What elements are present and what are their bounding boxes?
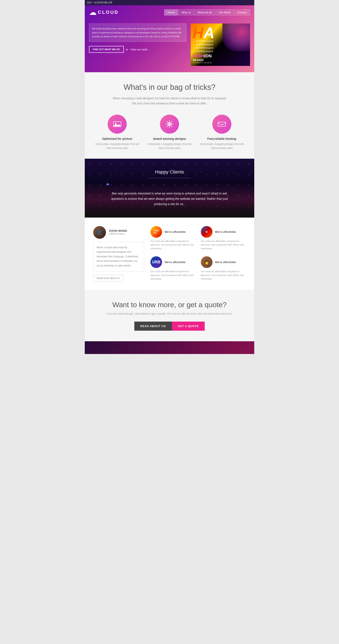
nav-links: Home Why us What we do Our Work Contact xyxy=(164,9,250,16)
cta-section: Want to know more, or get a quote? If yo… xyxy=(85,290,254,341)
feature-picture-title: Optimised for picture xyxy=(93,137,141,140)
view-work-link[interactable]: View our work xyxy=(130,48,148,51)
hero-content: We build beautiful,clean websites that l… xyxy=(85,19,254,72)
fashion-item-3: FASHION project1 xyxy=(196,46,213,50)
hero-section: ☁ CLOUD Home Why us What we do Our Work … xyxy=(85,5,254,72)
team-born: 1989.6.8.born xyxy=(109,232,127,235)
hero-or-text: or xyxy=(126,48,128,51)
quote-mark: ❝ xyxy=(106,182,233,189)
cta-buttons: READ ABOUT US GET A QUOTE xyxy=(93,322,246,331)
nav-what-we-do[interactable]: What we do xyxy=(194,9,215,16)
find-out-button[interactable]: FIND OUT WHAT WE DO xyxy=(89,46,124,53)
feature-hosting-icon xyxy=(212,114,231,134)
feature-picture: Optimised for picture Immaculate, engagi… xyxy=(93,114,141,150)
fashion-item-4: FASHION project1 xyxy=(196,50,213,53)
service-thumb-2: 🏢 xyxy=(201,226,212,238)
fashion-item-2: FASHION project1 xyxy=(196,43,213,46)
clients-title: Happy Clients xyxy=(93,169,246,175)
service-badge-3: URB xyxy=(150,256,162,268)
logo-icon: ☁ xyxy=(89,8,96,17)
avatar: 👤 xyxy=(93,226,106,239)
fashion-list: FASHION project1 FASHION project1 FASHIO… xyxy=(193,40,213,53)
hero-buttons: FIND OUT WHAT WE DO or View our work xyxy=(89,46,186,53)
cta-subtitle: If you've read enough, click below to ge… xyxy=(93,312,246,315)
nav-why-us[interactable]: Why us xyxy=(178,9,194,16)
avatar-inner: 👤 xyxy=(93,226,106,239)
service-badge-4: 👩 xyxy=(201,256,212,268)
feature-hosting: Fast,reliable hosting Immaculate, engagi… xyxy=(198,114,246,150)
team-left: 👤 DAVID WONG 1989.6.8.born We're a small… xyxy=(93,226,144,282)
team-bio: We're a small team lead by experienced w… xyxy=(93,242,144,272)
top-bar-text: 您好！欢迎来到藜云网 xyxy=(87,1,112,4)
tricks-subtitle: When choosing a web designer it's hard f… xyxy=(112,96,227,106)
feature-award-desc: Immaculate, engaging designs that will h… xyxy=(146,142,194,150)
nav-home[interactable]: Home xyxy=(164,9,178,16)
service-item-2: 🏢 We're affordrble Our costs are afforda… xyxy=(201,226,246,251)
clients-content: Happy Clients ❝ Ben was genuinely intere… xyxy=(93,169,246,207)
team-info: DAVID WONG 1989.6.8.born xyxy=(109,229,127,235)
cta-title: Want to know more, or get a quote? xyxy=(93,300,246,309)
feature-award-title: Award winning designs xyxy=(146,137,194,140)
feature-award: Award winning designs Immaculate, engagi… xyxy=(146,114,194,150)
feature-hosting-desc: Immaculate, engaging designs that will h… xyxy=(198,142,246,150)
service-thumb-1: THESYO xyxy=(150,226,162,238)
ha-a-letter: A xyxy=(204,24,214,41)
fashion-item-1: FASHION project1 xyxy=(196,40,213,43)
service-thumb-4: 👩 xyxy=(201,256,212,268)
ha-h-letter: H xyxy=(192,24,204,41)
get-quote-button[interactable]: GET A QUOTE xyxy=(172,322,205,331)
service-item-4: 👩 We're affordrble Our costs are afforda… xyxy=(201,256,246,281)
tricks-section: What's in our bag of tricks? When choosi… xyxy=(85,72,254,159)
service-badge-2: 🏢 xyxy=(201,226,212,238)
tricks-title: What's in our bag of tricks? xyxy=(93,83,246,92)
feature-picture-desc: Immaculate, engaging designs that will h… xyxy=(93,142,141,150)
svg-rect-9 xyxy=(218,122,226,126)
services-grid: THESYO We're affordrble Our costs are af… xyxy=(150,226,246,282)
team-profile: 👤 DAVID WONG 1989.6.8.born xyxy=(93,226,144,239)
design-word: DESIGN xyxy=(193,58,212,62)
service-desc-1: Our costs are affordable compared to age… xyxy=(150,240,196,250)
flower-decoration xyxy=(222,24,250,51)
service-label-4: We're affordrble xyxy=(215,260,236,264)
service-desc-2: Our costs are affordable compared to age… xyxy=(201,240,246,250)
logo: ☁ CLOUD xyxy=(89,8,119,17)
feature-hosting-title: Fast,reliable hosting xyxy=(198,137,246,140)
hero-text: We build beautiful,clean websites that l… xyxy=(89,24,186,66)
clients-quote: Ben was genuinely interested in what we … xyxy=(106,191,233,207)
feature-award-icon xyxy=(160,114,179,134)
service-badge-1: THESYO xyxy=(150,226,162,238)
service-header-2: 🏢 We're affordrble xyxy=(201,226,246,238)
hero-description: We build beautiful,clean websites that l… xyxy=(89,24,186,42)
service-desc-3: Our costs are affordable compared to age… xyxy=(150,270,196,281)
service-thumb-3: URB xyxy=(150,256,162,268)
service-header-1: THESYO We're affordrble xyxy=(150,226,196,238)
read-more-button[interactable]: Read more about us xyxy=(93,275,124,282)
elements-text: ELEMENTS SOURCE xyxy=(193,62,212,64)
read-about-button[interactable]: READ ABOUT US xyxy=(134,322,172,331)
service-label-2: We're affordrble xyxy=(215,230,236,234)
service-desc-4: Our costs are affordable compared to age… xyxy=(201,270,246,281)
service-label-3: We're affordrble xyxy=(165,260,186,264)
navigation: ☁ CLOUD Home Why us What we do Our Work … xyxy=(85,5,254,19)
footer xyxy=(85,341,254,354)
nav-our-work[interactable]: Our Work xyxy=(216,9,234,16)
service-header-4: 👩 We're affordrble xyxy=(201,256,246,268)
fashion-design-text: FASHION DESIGN ELEMENTS SOURCE xyxy=(193,54,212,64)
hero-image-inner: HA FASHION project1 FASHION project1 FAS… xyxy=(191,24,250,66)
top-bar: 您好！欢迎来到藜云网 xyxy=(85,0,254,5)
nav-contact[interactable]: Contact xyxy=(234,9,250,16)
svg-point-8 xyxy=(169,124,170,125)
clients-section: Happy Clients ❝ Ben was genuinely intere… xyxy=(85,159,254,218)
feature-picture-icon xyxy=(108,114,127,134)
service-item-3: URB We're affordrble Our costs are affor… xyxy=(150,256,196,281)
service-label-1: We're affordrble xyxy=(165,230,186,234)
clients-divider xyxy=(148,178,191,178)
logo-text: CLOUD xyxy=(98,10,119,15)
service-header-3: URB We're affordrble xyxy=(150,256,196,268)
team-section: 👤 DAVID WONG 1989.6.8.born We're a small… xyxy=(85,218,254,290)
features-grid: Optimised for picture Immaculate, engagi… xyxy=(93,114,246,150)
service-item-1: THESYO We're affordrble Our costs are af… xyxy=(150,226,196,251)
hero-image: HA FASHION project1 FASHION project1 FAS… xyxy=(191,24,250,66)
hero-desc-text: We build beautiful,clean websites that l… xyxy=(92,27,182,38)
team-name: DAVID WONG xyxy=(109,229,127,232)
